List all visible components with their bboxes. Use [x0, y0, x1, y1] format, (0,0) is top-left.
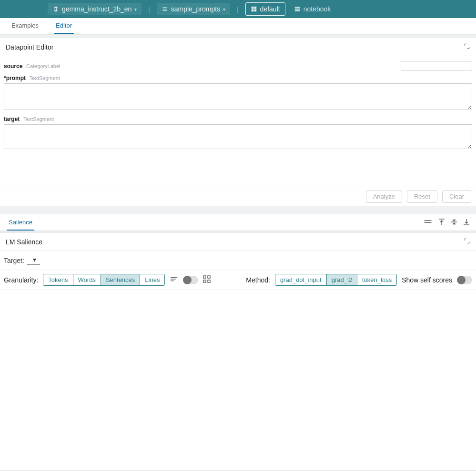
- layout-notebook-label: notebook: [304, 5, 331, 13]
- svg-rect-8: [203, 276, 206, 278]
- tab-salience[interactable]: Salience: [7, 215, 34, 231]
- clear-button[interactable]: Clear: [442, 190, 471, 203]
- method-label: Method:: [246, 276, 270, 284]
- drag-handle-icon[interactable]: [424, 219, 432, 227]
- target-row: Target: ▾: [0, 251, 476, 270]
- granularity-sentences[interactable]: Sentences: [101, 274, 140, 285]
- svg-rect-10: [203, 280, 206, 282]
- editor-spacer: [0, 152, 476, 187]
- density-toggle[interactable]: [183, 276, 198, 284]
- dataset-name: sample_prompts: [171, 5, 221, 13]
- salience-content: [0, 290, 476, 470]
- salience-header: LM Salience: [0, 233, 476, 251]
- main-tabs: Examples Editor: [0, 18, 476, 34]
- layout-default-button[interactable]: default: [245, 2, 285, 16]
- chevron-down-icon: ▾: [223, 7, 225, 12]
- model-selector[interactable]: gemma_instruct_2b_en ▾: [48, 3, 142, 15]
- granularity-group: Tokens Words Sentences Lines: [43, 274, 165, 286]
- footer: Click segment(s) above to select a targe…: [0, 470, 476, 472]
- grid-icon: [251, 6, 257, 12]
- prompt-type: TextSegment: [30, 75, 60, 81]
- editor-actions: Analyze Reset Clear: [0, 187, 476, 206]
- salience-title: LM Salience: [6, 238, 42, 246]
- prompt-label: *prompt: [4, 75, 26, 81]
- list-icon: [162, 6, 168, 12]
- source-input[interactable]: [401, 61, 472, 70]
- granularity-label: Granularity:: [4, 276, 38, 284]
- show-self-label: Show self scores: [402, 276, 452, 284]
- editor-body: source CategoryLabel *prompt TextSegment…: [0, 56, 476, 152]
- svg-rect-9: [208, 276, 210, 278]
- granularity-lines[interactable]: Lines: [140, 274, 164, 285]
- align-top-icon[interactable]: [439, 219, 445, 227]
- method-grad-l2[interactable]: grad_l2: [327, 274, 357, 285]
- layout-default-label: default: [260, 5, 280, 13]
- expand-icon[interactable]: [464, 238, 470, 246]
- source-label: source: [4, 63, 22, 70]
- chip-icon: [52, 6, 59, 12]
- field-prompt: *prompt TextSegment: [4, 74, 472, 111]
- top-bar: gemma_instruct_2b_en ▾ | sample_prompts …: [0, 0, 476, 18]
- target-type: TextSegment: [23, 116, 54, 122]
- tab-examples[interactable]: Examples: [10, 18, 41, 34]
- show-self-toggle[interactable]: [457, 276, 472, 284]
- target-label: target: [4, 116, 20, 122]
- reset-button[interactable]: Reset: [407, 190, 437, 203]
- granularity-tokens[interactable]: Tokens: [43, 274, 73, 285]
- target-textarea[interactable]: [4, 124, 472, 149]
- source-type: CategoryLabel: [26, 63, 61, 69]
- chevron-down-icon: ▾: [134, 7, 137, 12]
- table-icon: [294, 6, 301, 12]
- divider: |: [145, 6, 152, 13]
- method-token-loss[interactable]: token_loss: [357, 274, 396, 285]
- options-row: Granularity: Tokens Words Sentences Line…: [0, 270, 476, 290]
- align-bottom-icon[interactable]: [464, 219, 469, 227]
- panel-tools: [424, 219, 469, 227]
- layout-notebook-button[interactable]: notebook: [289, 3, 336, 15]
- align-center-icon[interactable]: [451, 219, 457, 227]
- tab-editor[interactable]: Editor: [54, 18, 74, 34]
- prompt-textarea[interactable]: [4, 83, 472, 110]
- svg-rect-11: [208, 280, 210, 282]
- salience-tabs: Salience: [0, 214, 476, 231]
- analyze-button[interactable]: Analyze: [366, 190, 402, 203]
- method-group: grad_dot_input grad_l2 token_loss: [275, 274, 397, 286]
- method-grad-dot-input[interactable]: grad_dot_input: [275, 274, 327, 285]
- editor-header: Datapoint Editor: [0, 38, 476, 56]
- field-source: source CategoryLabel: [4, 61, 472, 70]
- target-dropdown[interactable]: ▾: [27, 256, 40, 265]
- model-name: gemma_instruct_2b_en: [62, 5, 132, 13]
- target-label: Target:: [4, 257, 24, 264]
- dataset-selector[interactable]: sample_prompts ▾: [157, 3, 231, 15]
- editor-title: Datapoint Editor: [6, 43, 53, 51]
- field-target: target TextSegment: [4, 115, 472, 151]
- expand-icon[interactable]: [464, 43, 470, 51]
- divider: |: [234, 6, 241, 13]
- gap: [0, 34, 476, 38]
- granularity-words[interactable]: Words: [73, 274, 101, 285]
- density-icon[interactable]: [170, 276, 178, 284]
- grid-view-icon[interactable]: [203, 275, 211, 285]
- gap: [0, 206, 476, 214]
